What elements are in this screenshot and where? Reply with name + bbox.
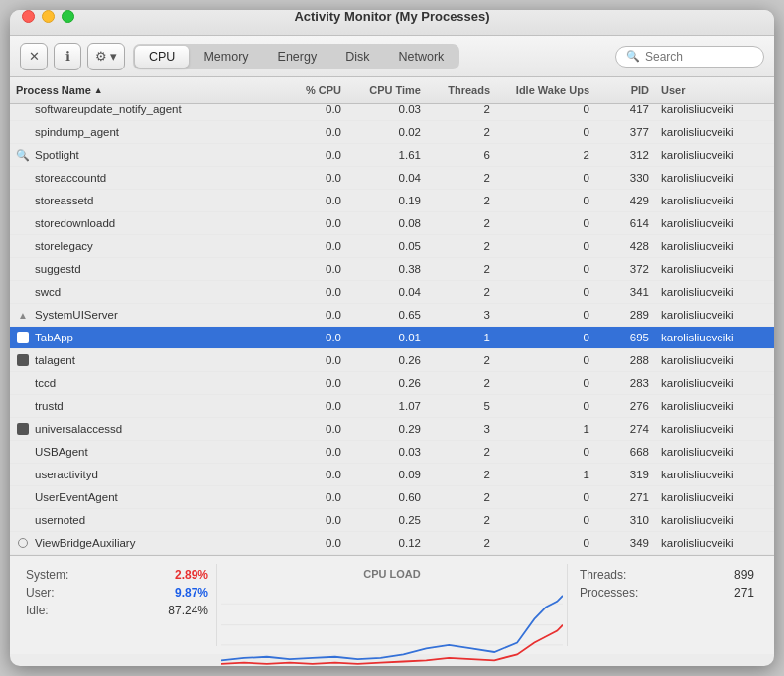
table-row[interactable]: tccd 0.0 0.26 2 0 283 karolisliucveiki	[10, 372, 774, 395]
cell-user: karolisliucveiki	[655, 306, 774, 324]
cell-time: 0.38	[347, 260, 427, 278]
cell-time: 0.04	[347, 169, 427, 187]
cell-time: 0.19	[347, 192, 427, 209]
table-body: sharingd 0.0 0.46 3 1 344 karolisliucvei…	[10, 104, 774, 555]
stop-button[interactable]: ✕	[20, 43, 48, 70]
cell-name: softwareupdate_notify_agent	[10, 104, 278, 118]
cell-cpu: 0.0	[278, 466, 347, 483]
threads-value: 899	[734, 568, 754, 582]
table-row[interactable]: storeassetd 0.0 0.19 2 0 429 karolisliuc…	[10, 190, 774, 212]
tab-memory[interactable]: Memory	[190, 46, 262, 68]
table-row[interactable]: TabApp 0.0 0.01 1 0 695 karolisliucveiki	[10, 327, 774, 349]
search-input[interactable]	[645, 50, 753, 64]
cpu-load-section: CPU LOAD	[216, 564, 568, 646]
table-row[interactable]: softwareupdate_notify_agent 0.0 0.03 2 0…	[10, 104, 774, 121]
table-row[interactable]: usernoted 0.0 0.25 2 0 310 karolisliucve…	[10, 509, 774, 532]
processes-value: 271	[734, 586, 754, 600]
cell-cpu: 0.0	[278, 511, 347, 529]
stat-user: User: 9.87%	[26, 586, 208, 600]
table-row[interactable]: storedownloadd 0.0 0.08 2 0 614 karolisl…	[10, 212, 774, 235]
tab-disk[interactable]: Disk	[331, 46, 383, 68]
col-cpu-time[interactable]: CPU Time	[347, 81, 427, 99]
cell-idle: 2	[496, 146, 595, 164]
table-row[interactable]: storeaccountd 0.0 0.04 2 0 330 karolisli…	[10, 167, 774, 190]
cell-name: ViewBridgeAuxiliary	[10, 534, 278, 552]
cell-cpu: 0.0	[278, 214, 347, 232]
titlebar: Activity Monitor (My Processes)	[10, 10, 774, 36]
tab-energy[interactable]: Energy	[264, 46, 331, 68]
cell-name: tccd	[10, 374, 278, 392]
square-icon	[16, 331, 30, 344]
cell-user: karolisliucveiki	[655, 283, 774, 301]
cell-cpu: 0.0	[278, 306, 347, 324]
cell-pid: 614	[595, 214, 655, 232]
cell-threads: 2	[427, 214, 496, 232]
cell-time: 1.07	[347, 397, 427, 415]
cell-idle: 0	[496, 104, 595, 118]
table-row[interactable]: USBAgent 0.0 0.03 2 0 668 karolisliucvei…	[10, 441, 774, 464]
cell-time: 0.29	[347, 420, 427, 438]
cell-idle: 1	[496, 420, 595, 438]
cell-user: karolisliucveiki	[655, 397, 774, 415]
cell-cpu: 0.0	[278, 146, 347, 164]
cell-name: storeassetd	[10, 192, 278, 209]
cell-pid: 283	[595, 374, 655, 392]
col-process-name[interactable]: Process Name ▲	[10, 81, 278, 99]
table-container: Process Name ▲ % CPU CPU Time Threads Id…	[10, 77, 774, 555]
info-button[interactable]: ℹ	[54, 43, 81, 70]
cell-threads: 6	[427, 146, 496, 164]
stat-system: System: 2.89%	[26, 568, 208, 582]
tab-cpu[interactable]: CPU	[135, 46, 189, 68]
cell-cpu: 0.0	[278, 351, 347, 369]
cell-threads: 2	[427, 443, 496, 461]
cell-name: UserEventAgent	[10, 488, 278, 506]
cell-time: 0.26	[347, 351, 427, 369]
table-row[interactable]: swcd 0.0 0.04 2 0 341 karolisliucveiki	[10, 281, 774, 304]
minimize-button[interactable]	[42, 10, 55, 23]
stat-idle: Idle: 87.24%	[26, 604, 208, 617]
cell-pid: 271	[595, 488, 655, 506]
cell-idle: 0	[496, 306, 595, 324]
process-icon	[16, 285, 30, 299]
cell-name: talagent	[10, 351, 278, 369]
cell-pid: 274	[595, 420, 655, 438]
process-icon	[16, 171, 30, 185]
cell-cpu: 0.0	[278, 534, 347, 552]
table-row[interactable]: UserEventAgent 0.0 0.60 2 0 271 karolisl…	[10, 486, 774, 509]
table-row[interactable]: talagent 0.0 0.26 2 0 288 karolisliucvei…	[10, 349, 774, 372]
tab-network[interactable]: Network	[384, 46, 457, 68]
col-cpu[interactable]: % CPU	[278, 81, 347, 99]
search-box[interactable]: 🔍	[615, 46, 764, 68]
cell-time: 0.09	[347, 466, 427, 483]
cell-name: USBAgent	[10, 443, 278, 461]
cell-idle: 0	[496, 351, 595, 369]
close-button[interactable]	[22, 10, 35, 23]
table-row[interactable]: ▲SystemUIServer 0.0 0.65 3 0 289 karolis…	[10, 304, 774, 327]
action-button[interactable]: ⚙ ▾	[87, 43, 125, 70]
col-idle-wake[interactable]: Idle Wake Ups	[496, 81, 595, 99]
col-user[interactable]: User	[655, 81, 774, 99]
app-window: Activity Monitor (My Processes) ✕ ℹ ⚙ ▾ …	[10, 10, 774, 666]
col-pid[interactable]: PID	[595, 81, 655, 99]
table-row[interactable]: ViewBridgeAuxiliary 0.0 0.12 2 0 349 kar…	[10, 532, 774, 555]
cell-cpu: 0.0	[278, 123, 347, 141]
idle-label: Idle:	[26, 604, 49, 617]
table-row[interactable]: trustd 0.0 1.07 5 0 276 karolisliucveiki	[10, 395, 774, 418]
col-threads[interactable]: Threads	[427, 81, 496, 99]
cell-user: karolisliucveiki	[655, 488, 774, 506]
table-row[interactable]: spindump_agent 0.0 0.02 2 0 377 karolisl…	[10, 121, 774, 144]
table-row[interactable]: 🔍Spotlight 0.0 1.61 6 2 312 karolisliucv…	[10, 144, 774, 167]
cell-time: 0.26	[347, 374, 427, 392]
table-row[interactable]: suggestd 0.0 0.38 2 0 372 karolisliucvei…	[10, 258, 774, 281]
table-row[interactable]: storelegacy 0.0 0.05 2 0 428 karolisliuc…	[10, 235, 774, 258]
zoom-button[interactable]	[62, 10, 74, 23]
cell-time: 0.02	[347, 123, 427, 141]
cell-name: spindump_agent	[10, 123, 278, 141]
table-row[interactable]: universalaccessd 0.0 0.29 3 1 274 karoli…	[10, 418, 774, 441]
table-row[interactable]: useractivityd 0.0 0.09 2 1 319 karolisli…	[10, 464, 774, 486]
cell-pid: 312	[595, 146, 655, 164]
cpu-load-title: CPU LOAD	[363, 568, 420, 580]
cell-time: 1.61	[347, 146, 427, 164]
process-icon	[16, 490, 30, 504]
cell-cpu: 0.0	[278, 237, 347, 255]
